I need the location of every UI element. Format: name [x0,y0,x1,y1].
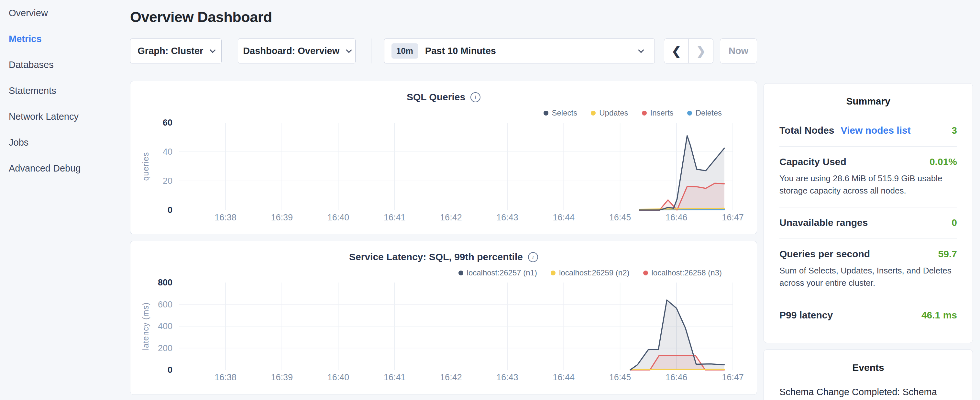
graph-dropdown[interactable]: Graph: Cluster [130,38,222,64]
summary-value: 3 [951,125,957,136]
view-nodes-list-link[interactable]: View nodes list [840,125,910,136]
legend-label: localhost:26258 (n3) [652,268,722,277]
sidebar-item-label: Advanced Debug [9,163,81,174]
svg-text:60: 60 [163,119,172,127]
legend-dot-icon [458,271,463,276]
legend-dot-icon [550,271,555,276]
summary-description: You are using 28.6 MiB of 515.9 GiB usab… [780,172,957,197]
chart-title-row: SQL Queries i [130,81,757,103]
chevron-down-icon [346,47,352,53]
svg-text:16:40: 16:40 [328,373,349,382]
sidebar-item-network-latency[interactable]: Network Latency [0,104,126,129]
svg-text:16:39: 16:39 [271,213,293,222]
legend-item: localhost:26259 (n2) [550,268,629,277]
sql-queries-plot[interactable]: 16:3816:3916:4016:4116:4216:4316:4416:45… [130,119,757,228]
svg-text:16:47: 16:47 [722,213,744,222]
dashboard-dropdown-label: Dashboard: Overview [243,46,339,56]
dashboard-dropdown[interactable]: Dashboard: Overview [238,38,356,64]
sidebar-item-label: Network Latency [9,112,79,122]
service-latency-plot[interactable]: 16:3816:3916:4016:4116:4216:4316:4416:45… [130,279,757,387]
svg-text:16:44: 16:44 [553,373,575,382]
summary-row-unavailable-ranges: Unavailable ranges 0 [780,207,957,239]
summary-label: P99 latency [780,310,833,321]
sql-queries-chart-card: SQL Queries i SelectsUpdatesInsertsDelet… [130,81,757,234]
main-content: Overview Dashboard Graph: Cluster Dashbo… [130,0,757,395]
time-step-buttons: ❮ ❯ [664,38,713,64]
svg-text:16:40: 16:40 [328,213,349,222]
summary-description: Sum of Selects, Updates, Inserts, and De… [780,265,957,289]
svg-text:16:41: 16:41 [384,213,406,222]
svg-text:16:43: 16:43 [496,213,518,222]
svg-text:16:42: 16:42 [440,213,462,222]
sidebar-item-label: Jobs [9,137,29,148]
summary-label: Queries per second [780,249,870,260]
service-latency-chart-card: Service Latency: SQL, 99th percentile i … [130,241,757,395]
now-button[interactable]: Now [720,38,757,64]
summary-value: 46.1 ms [921,310,957,321]
summary-label: Capacity Used [780,156,846,167]
chart-legend: localhost:26257 (n1)localhost:26259 (n2)… [130,268,757,277]
legend-label: Updates [599,108,628,118]
legend-label: Selects [552,108,578,118]
chevron-down-icon [210,47,215,53]
legend-item: localhost:26258 (n3) [643,268,722,277]
legend-label: Inserts [650,108,674,118]
sidebar-item-label: Overview [9,8,48,18]
svg-text:16:47: 16:47 [722,373,744,382]
summary-value: 59.7 [938,249,957,260]
svg-text:16:44: 16:44 [553,213,575,222]
sidebar-item-advanced-debug[interactable]: Advanced Debug [0,155,126,181]
svg-text:0: 0 [168,205,172,215]
svg-text:16:43: 16:43 [496,373,518,382]
summary-panel: Summary Total Nodes View nodes list 3 Ca… [764,83,973,343]
summary-label: Total Nodes [780,125,834,136]
legend-item: Selects [544,108,578,118]
info-icon[interactable]: i [528,252,538,262]
svg-text:16:46: 16:46 [665,213,687,222]
summary-row-total-nodes: Total Nodes View nodes list 3 [780,115,957,147]
sidebar-item-label: Statements [9,85,56,96]
legend-label: Deletes [695,108,722,118]
summary-heading: Summary [780,83,957,107]
svg-text:16:38: 16:38 [215,213,237,222]
summary-label: Unavailable ranges [780,217,868,228]
info-icon[interactable]: i [471,92,480,102]
right-rail: Summary Total Nodes View nodes list 3 Ca… [764,83,973,400]
controls-divider [371,38,371,64]
graph-dropdown-label: Graph: Cluster [137,46,203,56]
sidebar-nav: Overview Metrics Databases Statements Ne… [0,0,126,400]
summary-row-queries-per-second: Queries per second 59.7 Sum of Selects, … [780,239,957,300]
svg-text:16:46: 16:46 [665,373,687,382]
legend-dot-icon [544,111,549,116]
svg-text:400: 400 [158,321,172,331]
svg-text:16:39: 16:39 [271,373,293,382]
sidebar-item-statements[interactable]: Statements [0,78,126,104]
legend-dot-icon [642,111,647,116]
legend-item: localhost:26257 (n1) [458,268,537,277]
svg-text:600: 600 [158,300,172,309]
sidebar-item-jobs[interactable]: Jobs [0,129,126,155]
chevron-down-icon [638,47,644,53]
event-message: Schema Change Completed: Schema change w… [780,385,957,400]
svg-text:16:45: 16:45 [609,373,631,382]
time-next-button-disabled[interactable]: ❯ [689,39,713,63]
svg-text:queries: queries [141,152,150,181]
summary-value: 0 [951,217,957,228]
legend-item: Updates [591,108,628,118]
chart-title: Service Latency: SQL, 99th percentile [349,252,523,263]
sidebar-item-metrics[interactable]: Metrics [0,26,126,52]
time-prev-button[interactable]: ❮ [664,39,689,63]
summary-row-p99-latency: P99 latency 46.1 ms [780,300,957,331]
svg-text:16:42: 16:42 [440,373,462,382]
sidebar-item-overview[interactable]: Overview [0,0,126,26]
page-title: Overview Dashboard [130,9,757,25]
time-range-label: Past 10 Minutes [425,46,496,56]
legend-item: Deletes [687,108,722,118]
svg-text:latency (ms): latency (ms) [141,302,150,350]
sidebar-item-databases[interactable]: Databases [0,52,126,78]
svg-text:16:45: 16:45 [609,213,631,222]
legend-label: localhost:26257 (n1) [467,268,537,277]
time-range-select[interactable]: 10m Past 10 Minutes [384,38,655,64]
chart-title-row: Service Latency: SQL, 99th percentile i [130,241,757,263]
chart-title: SQL Queries [407,92,465,103]
